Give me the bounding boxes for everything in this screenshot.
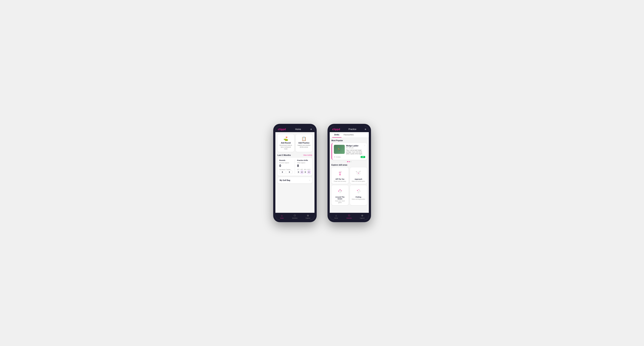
app-value: 4 [300, 171, 303, 174]
tab-favourites[interactable]: Favourites [342, 132, 356, 138]
practice-menu-icon[interactable]: ≡ [365, 128, 366, 131]
home-bottom-nav: ⌂ Home ⚇ Activities ⊕ Capture [276, 213, 314, 220]
practice-activities-icon: ⚇ [348, 214, 350, 217]
off-the-tee-desc: Power and accuracy [333, 180, 347, 182]
practice-capture-label: Capture [360, 217, 365, 219]
svg-point-7 [360, 171, 360, 172]
logo: clippd [278, 128, 286, 131]
rounds-capture-label: Rounds Capture [279, 162, 293, 164]
most-popular-label: Most Popular [332, 140, 367, 142]
rounds-title: Rounds [279, 160, 293, 161]
skill-card-atg[interactable]: Around The Green Hone your short game [332, 185, 348, 205]
atg-name: Around The Green [333, 196, 347, 200]
view-activity-link[interactable]: View Activity [303, 154, 312, 156]
golf-bag-row[interactable]: My Golf Bag › [278, 177, 312, 183]
capture-nav-label: Capture [306, 217, 310, 219]
app-badge: APP [361, 156, 365, 158]
home-nav-icon: ⌂ [281, 214, 282, 217]
practice-value: 0 [286, 171, 292, 174]
menu-icon[interactable]: ≡ [310, 128, 312, 131]
skill-card-approach[interactable]: Approach Dial-in to hit the green [350, 168, 367, 184]
add-round-card[interactable]: ⛳ Add Round Record your shots in fast or… [278, 134, 294, 152]
explore-title: Explore skill areas [332, 164, 367, 166]
dot-2 [349, 161, 350, 162]
drill-subtitle: 50–100 yds [346, 147, 365, 149]
svg-point-9 [338, 191, 339, 192]
drills-col: Practice Drills Drills Capture 8 OTT 0 A… [297, 160, 310, 174]
nav-capture[interactable]: ⊕ Capture [302, 213, 314, 220]
clock-icon: ⏱ [334, 156, 335, 158]
activities-nav-label: Activities [292, 217, 298, 219]
add-practice-title: Add Practice [297, 142, 311, 144]
golf-bag-chevron: › [310, 179, 310, 181]
practice-home-label: Home [334, 217, 338, 219]
star-icon[interactable]: ☆ [364, 145, 366, 147]
practice-stat: Practice 0 [286, 169, 292, 174]
practice-content: Most Popular ☆ 🏌 Wedge Ladder 50–100 yds… [330, 138, 369, 213]
rounds-col: Rounds Rounds Capture 0 Tournament 0 Pra… [279, 160, 293, 174]
approach-name: Approach [352, 178, 365, 180]
skill-card-off-the-tee[interactable]: Off The Tee Power and accuracy [332, 168, 348, 184]
featured-drill-card[interactable]: ☆ 🏌 Wedge Ladder 50–100 yds Play 1 shot … [332, 143, 367, 160]
activity-section-header: Last 3 Months View Activity [278, 154, 312, 156]
svg-point-13 [357, 190, 358, 191]
drills-title: Practice Drills [297, 160, 310, 161]
ott-value: 0 [297, 171, 300, 174]
skill-grid: Off The Tee Power and accuracy [332, 168, 367, 205]
home-header: clippd Home ≡ [276, 126, 314, 132]
drill-desc: Play 1 shot at each target yardage. If y… [346, 149, 365, 155]
page-title: Home [295, 128, 301, 131]
tab-drills[interactable]: Drills [332, 132, 342, 138]
add-round-title: Add Round [279, 142, 293, 144]
practice-bottom-nav: ⌂ Home ⚇ Activities ⊕ Capture [330, 213, 369, 220]
home-nav-label: Home [280, 217, 284, 219]
approach-desc: Dial-in to hit the green [352, 180, 365, 182]
practice-logo: clippd [332, 128, 340, 131]
putting-icon [354, 187, 362, 195]
add-round-icon: ⛳ [279, 137, 293, 141]
ott-label: OTT [297, 169, 300, 170]
svg-point-14 [358, 189, 359, 190]
activity-section-title: Last 3 Months [278, 154, 291, 156]
practice-label: Practice [286, 169, 292, 170]
atg-icon [336, 187, 344, 195]
practice-nav-home[interactable]: ⌂ Home [330, 213, 343, 220]
practice-capture-icon: ⊕ [361, 214, 363, 217]
dot-3 [350, 161, 351, 162]
practice-nav-activities[interactable]: ⚇ Activities [343, 213, 356, 220]
shots-info: ⏱ 9 shots [334, 156, 341, 158]
putting-desc: Make and lag practice [352, 198, 365, 200]
stats-card: Rounds Rounds Capture 0 Tournament 0 Pra… [278, 158, 312, 176]
add-practice-desc: Capture your practice off-the-course [297, 145, 311, 148]
svg-point-8 [339, 191, 341, 193]
drill-title: Wedge Ladder [346, 145, 365, 147]
drill-info: Wedge Ladder 50–100 yds Play 1 shot at e… [346, 145, 365, 155]
arg-label: ARG [304, 169, 307, 170]
practice-nav-capture[interactable]: ⊕ Capture [356, 213, 369, 220]
golf-bag-label: My Golf Bag [280, 179, 290, 181]
drill-thumbnail: 🏌 [334, 145, 345, 154]
nav-home[interactable]: ⌂ Home [276, 213, 288, 220]
app-stat: APP 4 [300, 169, 303, 174]
skill-card-putting[interactable]: Putting Make and lag practice [350, 185, 367, 205]
nav-activities[interactable]: ⚇ Activities [288, 213, 302, 220]
putting-name: Putting [352, 196, 365, 198]
carousel-dots [332, 161, 367, 162]
add-practice-card[interactable]: 📋 Add Practice Capture your practice off… [296, 134, 312, 152]
approach-icon [354, 169, 362, 177]
putt-label: PUTT [308, 169, 310, 170]
add-cards-row: ⛳ Add Round Record your shots in fast or… [278, 134, 312, 152]
atg-desc: Hone your short game [333, 200, 347, 203]
dot-1 [347, 161, 348, 162]
drills-capture-value: 8 [297, 164, 310, 168]
activities-nav-icon: ⚇ [294, 214, 296, 217]
tournament-value: 0 [279, 171, 286, 174]
phone-home: clippd Home ≡ ⛳ Add Round Record your sh… [273, 124, 317, 222]
svg-point-0 [340, 174, 340, 175]
drill-footer: ⏱ 9 shots APP [334, 156, 365, 158]
home-content: ⛳ Add Round Record your shots in fast or… [276, 132, 314, 213]
add-round-desc: Record your shots in fast or enhanced mo… [279, 145, 293, 150]
arg-value: 0 [304, 171, 307, 174]
practice-header: clippd Practice ≡ [330, 126, 369, 132]
capture-nav-icon: ⊕ [307, 214, 309, 217]
